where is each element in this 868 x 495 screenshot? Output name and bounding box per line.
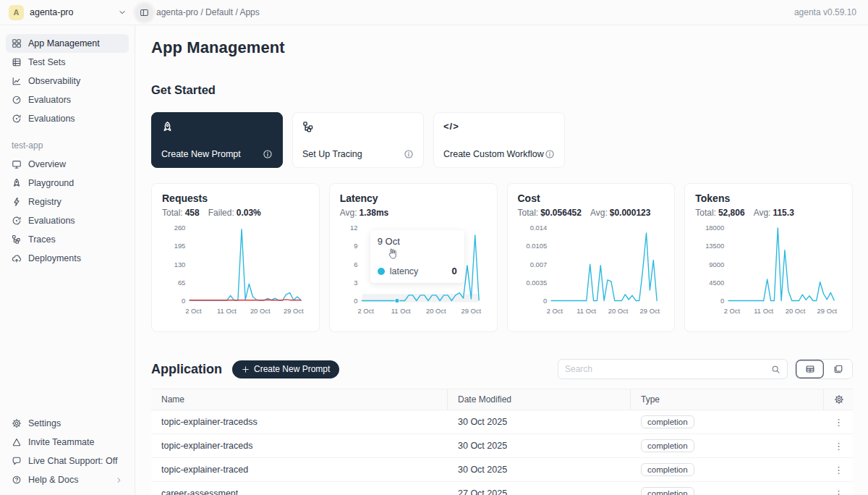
- gear-icon[interactable]: [834, 394, 844, 405]
- svg-text:0: 0: [542, 297, 546, 305]
- svg-text:2 Oct: 2 Oct: [724, 308, 741, 315]
- row-menu-button[interactable]: ⋮: [834, 418, 843, 427]
- card-label: Set Up Tracing: [302, 149, 362, 159]
- info-icon[interactable]: [263, 149, 273, 159]
- table-row[interactable]: career-assessment 27 Oct 2025 completion…: [151, 482, 853, 495]
- evaluations-icon: [12, 114, 22, 124]
- cursor-hand-icon: [386, 248, 399, 260]
- svg-text:0: 0: [182, 297, 185, 305]
- column-header-date-modified[interactable]: Date Modified: [448, 389, 631, 410]
- chart-title: Cost: [518, 192, 665, 204]
- sidebar-item-playground[interactable]: Playground: [6, 174, 129, 192]
- svg-text:29 Oct: 29 Oct: [461, 308, 481, 315]
- tooltip-date: 9 Oct: [378, 236, 457, 247]
- gear-icon: [12, 418, 22, 428]
- sidebar-item-evaluations[interactable]: Evaluations: [6, 109, 129, 128]
- application-header: Application Create New Prompt: [151, 359, 853, 379]
- page-title: App Management: [151, 38, 853, 57]
- table-row[interactable]: topic-explainer-tracedss 30 Oct 2025 com…: [151, 410, 853, 434]
- table-row[interactable]: topic-explainer-traceds 30 Oct 2025 comp…: [151, 434, 853, 458]
- search-input[interactable]: [565, 364, 771, 374]
- set-up-tracing-card[interactable]: Set Up Tracing: [292, 112, 424, 168]
- sidebar-item-app-management[interactable]: App Management: [6, 34, 129, 53]
- sidebar-toggle-button[interactable]: [135, 4, 153, 22]
- invite-icon: [12, 437, 22, 447]
- svg-text:260: 260: [174, 224, 186, 232]
- row-menu-button[interactable]: ⋮: [834, 489, 843, 495]
- applications-table: Name Date Modified Type topic-explainer-…: [151, 389, 853, 495]
- metrics-cards: Requests Total:458Failed:0.03% 065130195…: [151, 183, 853, 332]
- row-menu-button[interactable]: ⋮: [834, 465, 843, 475]
- svg-text:11 Oct: 11 Oct: [217, 308, 237, 315]
- sidebar-app-group-label: test-app: [12, 140, 135, 151]
- column-header-type[interactable]: Type: [631, 389, 824, 410]
- workspace-avatar: A: [9, 5, 24, 20]
- info-icon[interactable]: [545, 149, 555, 159]
- table-view-button[interactable]: [796, 360, 824, 378]
- svg-text:2 Oct: 2 Oct: [357, 308, 374, 315]
- chart-stat: Avg:115.3: [754, 208, 794, 218]
- sidebar-item-label: Settings: [28, 418, 61, 428]
- create-custom-workflow-card[interactable]: </> Create Custom Workflow: [433, 112, 565, 168]
- type-badge: completion: [641, 487, 694, 495]
- sidebar-item-label: Invite Teammate: [28, 437, 94, 447]
- create-new-prompt-card[interactable]: Create New Prompt: [151, 112, 283, 168]
- svg-text:20 Oct: 20 Oct: [608, 308, 628, 315]
- chat-icon: [12, 456, 22, 466]
- help-icon: [12, 475, 22, 485]
- view-toggle: [795, 359, 853, 379]
- workspace-name: agenta-pro: [30, 7, 112, 17]
- search-box[interactable]: [558, 359, 788, 379]
- sidebar-item-deployments[interactable]: Deployments: [6, 249, 129, 268]
- sidebar-item-evaluators[interactable]: Evaluators: [6, 90, 129, 109]
- tokens-chart[interactable]: 04500900013500180002 Oct11 Oct20 Oct29 O…: [695, 219, 842, 326]
- sidebar-item-label: Registry: [28, 197, 61, 207]
- sidebar-item-evaluations-app[interactable]: Evaluations: [6, 211, 129, 230]
- sidebar-item-registry[interactable]: Registry: [6, 192, 129, 211]
- sidebar-item-label: Test Sets: [28, 57, 65, 67]
- card-view-button[interactable]: [824, 360, 852, 378]
- sidebar-item-test-sets[interactable]: Test Sets: [6, 53, 129, 72]
- sidebar-item-live-chat[interactable]: Live Chat Support: Off: [6, 452, 129, 470]
- svg-text:11 Oct: 11 Oct: [391, 308, 411, 315]
- sidebar-item-help-docs[interactable]: Help & Docs: [6, 470, 129, 489]
- svg-text:6: 6: [354, 261, 357, 268]
- lightning-icon: [12, 197, 22, 207]
- cell-name: topic-explainer-traced: [151, 465, 448, 475]
- cost-chart[interactable]: 00.00350.0070.01050.0142 Oct11 Oct20 Oct…: [518, 219, 665, 326]
- search-icon[interactable]: [771, 365, 780, 374]
- svg-text:20 Oct: 20 Oct: [426, 308, 446, 315]
- table-header: Name Date Modified Type: [151, 389, 853, 410]
- sidebar-item-settings[interactable]: Settings: [6, 414, 129, 433]
- monitor-icon: [12, 159, 22, 169]
- chart-stat: Total:458: [162, 208, 200, 218]
- info-icon[interactable]: [404, 149, 414, 159]
- sidebar-item-observability[interactable]: Observability: [6, 72, 129, 90]
- chart-title: Requests: [162, 192, 309, 204]
- get-started-heading: Get Started: [151, 83, 853, 97]
- row-menu-button[interactable]: ⋮: [834, 441, 843, 451]
- workspace-switcher[interactable]: A agenta-pro: [0, 5, 135, 20]
- cell-date-modified: 30 Oct 2025: [448, 417, 631, 427]
- sidebar-item-label: Deployments: [28, 253, 81, 263]
- sidebar-item-invite-teammate[interactable]: Invite Teammate: [6, 433, 129, 452]
- requests-chart[interactable]: 0651301952602 Oct11 Oct20 Oct29 Oct: [162, 219, 309, 326]
- sidebar-item-label: Help & Docs: [28, 475, 78, 485]
- svg-text:3: 3: [354, 279, 357, 287]
- column-header-name[interactable]: Name: [151, 389, 448, 410]
- series-dot: [378, 268, 385, 275]
- cell-date-modified: 30 Oct 2025: [448, 465, 631, 475]
- sidebar-item-overview[interactable]: Overview: [6, 155, 129, 174]
- grid-icon: [12, 38, 22, 48]
- chart-stat: Avg:$0.000123: [590, 208, 651, 218]
- latency-chart-card: Latency Avg:1.38ms 0369122 Oct11 Oct20 O…: [329, 183, 498, 332]
- table-row[interactable]: topic-explainer-traced 30 Oct 2025 compl…: [151, 458, 853, 482]
- sidebar: App Management Test Sets Observability E…: [0, 25, 135, 495]
- chart-title: Latency: [340, 192, 487, 204]
- svg-text:2 Oct: 2 Oct: [546, 308, 563, 315]
- sidebar-item-traces[interactable]: Traces: [6, 230, 129, 249]
- svg-text:0: 0: [354, 297, 357, 305]
- create-new-prompt-button[interactable]: Create New Prompt: [232, 360, 339, 378]
- tokens-chart-card: Tokens Total:52,806Avg:115.3 04500900013…: [684, 183, 853, 332]
- svg-text:0.007: 0.007: [529, 261, 546, 268]
